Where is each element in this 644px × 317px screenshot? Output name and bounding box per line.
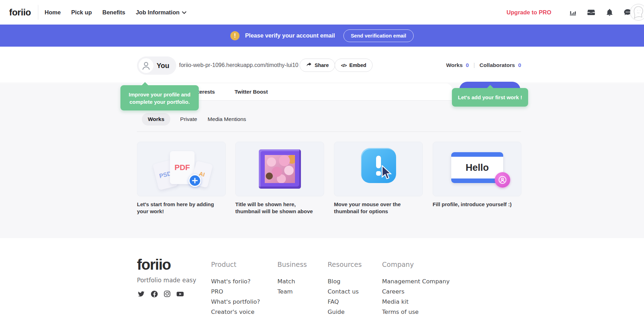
- profile-avatar: [139, 58, 153, 73]
- footer-link-whats-foriio[interactable]: What's foriio?: [211, 279, 260, 285]
- collaborators-stat-label: Collaborators: [480, 62, 515, 68]
- card-caption: Fill profile, introduce yourself :): [433, 201, 520, 208]
- footer-link-contact-us[interactable]: Contact us: [328, 289, 362, 295]
- footer-tagline: Portfolio made easy: [137, 277, 196, 284]
- footer-link-media-kit[interactable]: Media kit: [382, 299, 449, 305]
- main-nav: Home Pick up Benefits Job Information: [45, 9, 186, 16]
- share-button[interactable]: Share: [300, 59, 335, 72]
- footer-link-pro[interactable]: PRO: [211, 289, 260, 295]
- share-label: Share: [315, 62, 329, 68]
- onboarding-card-hover-hint: Move your mouse over the thumbnail for o…: [334, 142, 423, 215]
- collaborators-stat[interactable]: Collaborators 0: [480, 62, 521, 68]
- user-avatar[interactable]: [630, 4, 644, 21]
- notifications-bell-icon[interactable]: [605, 8, 614, 17]
- foriio-logo[interactable]: foriio: [9, 7, 31, 18]
- footer-link-creators-voice[interactable]: Creator's voice: [211, 309, 260, 315]
- hello-tag-thumbnail[interactable]: Hello: [433, 142, 521, 196]
- send-verification-email-button[interactable]: Send verification email: [343, 29, 414, 42]
- first-work-tooltip: Let's add your first work !: [452, 88, 528, 107]
- tab-twitter-boost[interactable]: Twitter Boost: [235, 89, 268, 95]
- you-label: You: [157, 62, 169, 70]
- footer-link-whats-portfolio[interactable]: What's portfolio?: [211, 299, 260, 305]
- nav-item-pick-up[interactable]: Pick up: [71, 9, 92, 16]
- footer-social-links: [137, 290, 184, 298]
- nav-item-benefits[interactable]: Benefits: [103, 9, 125, 16]
- footer-column-business: Business Match Team: [277, 261, 307, 299]
- column-heading: Business: [277, 261, 307, 268]
- footer-column-company: Company Management Company Careers Media…: [382, 261, 449, 317]
- footer-column-product: Product What's foriio? PRO What's portfo…: [211, 261, 260, 317]
- tooltip-notch: [487, 85, 494, 88]
- column-heading: Company: [382, 261, 449, 268]
- profile-badge-icon: [495, 172, 510, 188]
- section-divider: [137, 131, 521, 132]
- works-filter-tabs: Works Private Media Mentions: [142, 113, 247, 126]
- works-stat-count: 0: [466, 62, 469, 68]
- pdf-label: PDF: [175, 163, 190, 172]
- header-divider: [38, 5, 38, 20]
- works-stat[interactable]: Works 0: [446, 62, 469, 68]
- card-caption: Move your mouse over the thumbnail for o…: [334, 201, 421, 215]
- cherry-blossom-photo: [265, 155, 295, 183]
- top-header: foriio Home Pick up Benefits Job Informa…: [0, 0, 644, 25]
- column-heading: Resources: [328, 261, 362, 268]
- footer-link-terms-of-use[interactable]: Terms of use: [382, 309, 449, 315]
- nav-item-job-information[interactable]: Job Information: [136, 9, 187, 16]
- footer-link-match[interactable]: Match: [277, 279, 307, 285]
- analytics-icon[interactable]: [569, 8, 577, 17]
- works-section: Works Private Media Mentions PSD PDF AI …: [0, 83, 644, 238]
- embed-label: Embed: [349, 62, 366, 68]
- onboarding-card-title-hint: Title will be shown here, thumbnail will…: [235, 142, 324, 215]
- code-icon: </>: [341, 63, 347, 68]
- column-heading: Product: [211, 261, 260, 268]
- collaborators-stat-count: 0: [518, 62, 521, 68]
- chevron-down-icon: [182, 9, 186, 16]
- works-stat-label: Works: [446, 62, 462, 68]
- tab-works[interactable]: Works: [142, 113, 170, 126]
- tooltip-notch: [142, 82, 149, 86]
- profile-stats: Works 0 | Collaborators 0: [446, 62, 521, 69]
- footer-link-management-company[interactable]: Management Company: [382, 279, 449, 285]
- exclamation-icon: [376, 156, 381, 168]
- footer-logo: foriio: [137, 256, 171, 273]
- verify-email-banner: ! Please verify your account email Send …: [0, 25, 644, 47]
- page: foriio Home Pick up Benefits Job Informa…: [0, 0, 644, 317]
- profile-header: You foriio-web-pr-1096.herokuapp.com/tim…: [0, 47, 644, 83]
- add-plus-icon: [189, 174, 201, 187]
- profile-url: foriio-web-pr-1096.herokuapp.com/timothy…: [179, 62, 298, 68]
- footer-link-blog[interactable]: Blog: [328, 279, 362, 285]
- hello-text: Hello: [466, 162, 489, 173]
- tooltip-line-2: complete your portfolio.: [120, 98, 199, 106]
- card-caption: Title will be shown here, thumbnail will…: [235, 201, 322, 215]
- onboarding-card-add-work: PSD PDF AI Let's start from here by addi…: [137, 142, 226, 215]
- tab-private[interactable]: Private: [179, 113, 198, 126]
- embed-button[interactable]: </> Embed: [335, 59, 373, 72]
- hover-hint-thumbnail[interactable]: [334, 142, 423, 196]
- footer-link-faq[interactable]: FAQ: [328, 299, 362, 305]
- share-icon: [306, 62, 312, 68]
- tooltip-line-1: Improve your profile and: [120, 91, 199, 98]
- warning-icon: !: [230, 31, 239, 40]
- nav-item-label: Job Information: [136, 9, 180, 16]
- footer-column-resources: Resources Blog Contact us FAQ Guide: [328, 261, 362, 317]
- nav-item-home[interactable]: Home: [45, 9, 61, 16]
- framed-photo-thumbnail[interactable]: [235, 142, 324, 196]
- youtube-icon[interactable]: [176, 290, 184, 298]
- footer-link-team[interactable]: Team: [277, 289, 307, 295]
- profile-you-chip[interactable]: You: [137, 56, 176, 75]
- upgrade-to-pro-link[interactable]: Upgrade to PRO: [507, 9, 551, 16]
- facebook-icon[interactable]: [150, 290, 158, 298]
- footer-link-careers[interactable]: Careers: [382, 289, 449, 295]
- tab-media-mentions[interactable]: Media Mentions: [207, 113, 247, 126]
- profile-tip-tooltip: Improve your profile and complete your p…: [120, 85, 199, 110]
- exclamation-dot: [376, 171, 381, 176]
- onboarding-card-fill-profile: Hello Fill profile, introduce yourself :…: [433, 142, 521, 208]
- footer-link-guide[interactable]: Guide: [328, 309, 362, 315]
- add-work-thumbnail[interactable]: PSD PDF AI: [137, 142, 226, 196]
- twitter-icon[interactable]: [137, 290, 145, 298]
- footer: foriio Portfolio made easy Product What'…: [0, 238, 644, 317]
- tag-top-bar: [451, 152, 503, 157]
- inbox-icon[interactable]: [587, 8, 596, 17]
- instagram-icon[interactable]: [163, 290, 171, 298]
- header-actions: Upgrade to PRO: [507, 0, 632, 25]
